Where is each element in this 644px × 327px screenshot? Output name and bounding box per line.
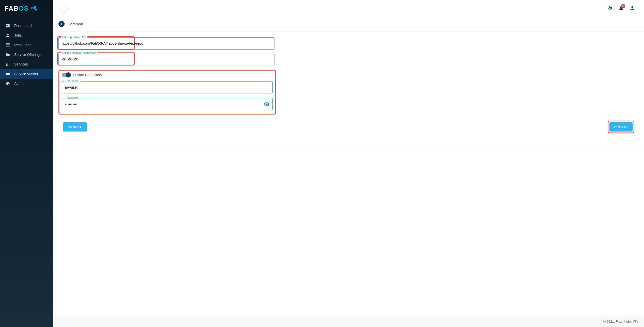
settings-button[interactable] [604, 3, 616, 14]
sidebar-item-label: Services [14, 62, 28, 66]
password-input[interactable] [65, 102, 264, 106]
gear-icon [607, 5, 613, 11]
svg-point-4 [64, 9, 65, 10]
offerings-icon [6, 52, 10, 57]
storage-icon [6, 43, 10, 47]
username-input[interactable] [65, 85, 269, 89]
cancel-button[interactable]: Cancel [63, 122, 87, 132]
svg-point-3 [64, 8, 65, 8]
git-url-field[interactable]: Git Repository URL [58, 37, 274, 50]
git-url-input[interactable] [62, 41, 271, 45]
private-repo-label: Private Repository [73, 73, 102, 77]
logo-text: FABOS [5, 5, 29, 12]
sidebar-item-dashboard[interactable]: Dashboard [0, 21, 53, 30]
sidebar-item-services[interactable]: Services [0, 59, 53, 69]
sidebar-item-label: Service Vendor [14, 72, 38, 76]
sidebar-item-label: Service Offerings [14, 53, 41, 57]
footer: © 2021, Fraunhofer IPA [53, 316, 644, 327]
field-label: Git Repository URL [61, 36, 87, 39]
person-icon [630, 5, 635, 11]
toggle-password-visibility[interactable] [264, 101, 269, 107]
sidebar-item-resources[interactable]: Resources [0, 40, 53, 50]
field-label: Password [65, 96, 79, 99]
sidebar-item-label: Resources [14, 43, 31, 47]
sidebar-item-jobs[interactable]: Jobs [0, 30, 53, 40]
svg-point-1 [8, 84, 9, 85]
divider [5, 18, 49, 18]
highlight-private-block: Private Repository Username Password [58, 70, 276, 115]
form-actions: Cancel Create [58, 115, 639, 139]
sidebar-item-label: Jobs [14, 33, 22, 37]
account-button[interactable] [627, 3, 638, 14]
apps-icon [6, 62, 10, 67]
sidebar: FABOS Dashboard Jobs Resources Service O… [0, 0, 53, 327]
sidebar-item-admin[interactable]: Admin [0, 79, 53, 88]
create-button[interactable]: Create [609, 122, 633, 132]
sidebar-item-service-offerings[interactable]: Service Offerings [0, 50, 53, 59]
person-icon [6, 33, 10, 38]
sidebar-item-label: Admin [14, 81, 24, 86]
notifications-button[interactable]: 16 [616, 3, 627, 14]
svg-point-2 [64, 7, 65, 7]
vendor-icon [6, 72, 10, 76]
highlight-create: Create [608, 121, 634, 133]
sidebar-item-service-vendor[interactable]: Service Vendor [0, 69, 53, 79]
notification-badge: 16 [621, 4, 625, 8]
private-repo-toggle[interactable] [62, 73, 70, 77]
step-header: 1 Common [53, 16, 644, 32]
main: 16 1 Common Git Repository URL Git Tag R… [53, 0, 644, 327]
username-field[interactable]: Username [62, 81, 273, 93]
more-menu-button[interactable] [59, 4, 69, 13]
step-title: Common [68, 22, 83, 26]
eye-off-icon [264, 101, 269, 107]
password-field[interactable]: Password [62, 98, 273, 110]
topbar: 16 [53, 0, 644, 16]
field-label: Git Tag Regular Expression [61, 51, 97, 54]
logo-icon [30, 5, 39, 12]
step-number: 1 [58, 21, 65, 27]
git-tag-field[interactable]: Git Tag Regular Expression [58, 53, 274, 65]
git-tag-input[interactable] [62, 57, 271, 61]
admin-icon [6, 81, 10, 86]
field-label: Username [65, 79, 80, 83]
dashboard-icon [6, 23, 10, 28]
form: Git Repository URL Git Tag Regular Expre… [53, 32, 644, 145]
logo: FABOS [0, 3, 53, 16]
sidebar-item-label: Dashboard [14, 24, 32, 28]
